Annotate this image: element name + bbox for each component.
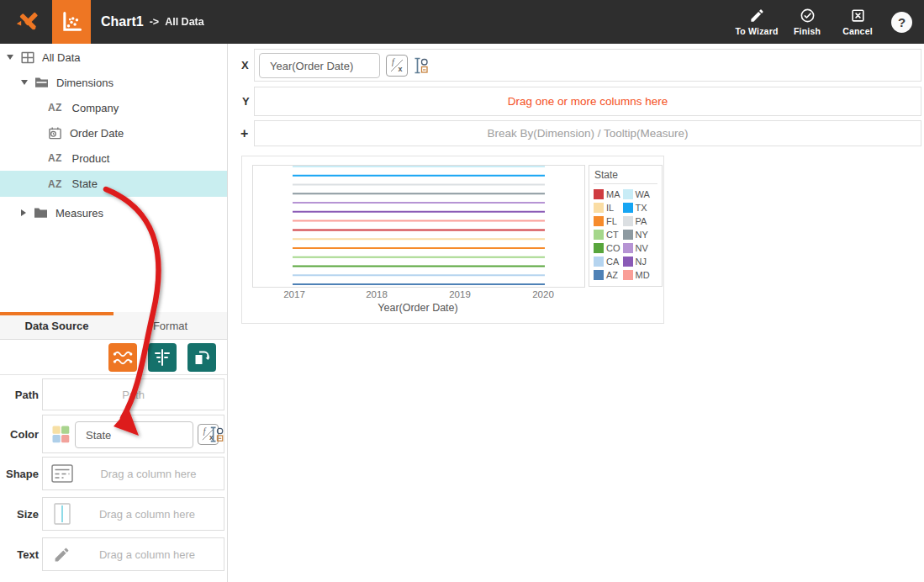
legend-swatch — [623, 270, 633, 280]
legend-item-fl[interactable]: FL — [594, 214, 620, 228]
path-dropzone[interactable]: Path — [42, 378, 224, 410]
tree-node-dimensions[interactable]: Dimensions — [0, 70, 227, 95]
cancel-button[interactable]: Cancel — [832, 8, 883, 36]
legend-swatch — [594, 257, 604, 267]
caret-down-icon[interactable] — [7, 55, 13, 60]
page-title: Chart1 -> All Data — [101, 0, 204, 44]
sort-order-icon[interactable] — [209, 424, 224, 445]
legend-label: MD — [636, 270, 650, 280]
legend-label: WA — [636, 189, 650, 199]
chart-tile-icon[interactable] — [52, 0, 91, 44]
x-column-chip[interactable]: Year(Order Date) — [259, 53, 380, 78]
x-tick-label: 2020 — [526, 289, 560, 299]
x-axis-title: Year(Order Date) — [241, 302, 594, 314]
fx-function-button[interactable]: f x — [386, 55, 408, 77]
close-square-icon — [850, 8, 866, 24]
path-field-label: Path — [0, 389, 39, 401]
active-tab-indicator — [0, 312, 114, 315]
legend-label: NY — [636, 230, 648, 240]
tree-node-company[interactable]: AZ Company — [0, 95, 227, 120]
help-button[interactable]: ? — [891, 12, 912, 33]
text-dropzone[interactable]: Drag a column here — [42, 537, 224, 571]
tab-format[interactable]: Format — [114, 312, 227, 339]
color-column-chip[interactable]: State — [75, 421, 193, 448]
finish-button[interactable]: Finish — [782, 8, 832, 36]
legend-swatch — [623, 230, 633, 240]
chart-title: Chart1 — [101, 14, 144, 29]
az-type-icon: AZ — [48, 178, 62, 190]
tree-node-all-data[interactable]: All Data — [0, 45, 227, 70]
legend-swatch — [623, 203, 633, 213]
caret-right-icon[interactable] — [21, 209, 26, 216]
app-logo-icon[interactable] — [12, 8, 44, 36]
color-dropzone[interactable]: State f x — [42, 415, 224, 453]
x-axis-ticks: 2017201820192020 — [241, 289, 664, 301]
color-field-label: Color — [0, 428, 39, 441]
shape-field-label: Shape — [0, 468, 39, 480]
table-grid-icon — [21, 51, 34, 64]
legend-swatch — [623, 189, 633, 199]
legend-label: NJ — [636, 257, 647, 267]
text-pencil-icon[interactable] — [53, 546, 71, 563]
legend-item-pa[interactable]: PA — [623, 214, 650, 228]
tab-data-source[interactable]: Data Source — [0, 312, 114, 339]
tree-node-product[interactable]: AZ Product — [0, 146, 227, 171]
x-shelf-dropzone[interactable]: Year(Order Date) f x — [254, 49, 921, 82]
svg-text:f: f — [203, 426, 207, 436]
legend-item-nj[interactable]: NJ — [623, 255, 650, 268]
tree-node-state[interactable]: AZ State — [0, 171, 227, 197]
tree-node-measures[interactable]: Measures — [0, 200, 227, 225]
size-style-icon[interactable] — [54, 503, 71, 525]
x-tick-label: 2017 — [277, 289, 311, 299]
legend-swatch — [594, 189, 604, 199]
legend-item-ca[interactable]: CA — [594, 255, 620, 268]
shape-style-icon[interactable] — [51, 464, 73, 483]
size-dropzone[interactable]: Drag a column here — [42, 497, 224, 531]
breakby-drop-hint: Break By(Dimension) / Tooltip(Measure) — [255, 121, 921, 146]
calendar-clock-icon — [48, 126, 62, 140]
sort-order-icon[interactable] — [414, 55, 428, 77]
tornado-chart-type-button[interactable] — [148, 343, 177, 372]
legend-item-md[interactable]: MD — [623, 268, 650, 282]
legend-item-co[interactable]: CO — [594, 241, 620, 255]
legend-item-ny[interactable]: NY — [623, 228, 650, 241]
legend-item-ma[interactable]: MA — [594, 188, 620, 201]
legend-swatch — [623, 243, 633, 253]
color-palette-icon[interactable] — [52, 426, 70, 443]
legend-swatch — [623, 257, 633, 267]
legend-title: State — [594, 168, 657, 184]
sidebar-divider — [227, 44, 228, 582]
svg-text:x: x — [399, 65, 403, 73]
y-shelf-dropzone[interactable]: Drag one or more columns here — [254, 87, 921, 116]
line-chart-type-button[interactable] — [108, 343, 137, 372]
az-type-icon: AZ — [48, 152, 62, 164]
tree-node-order-date[interactable]: Order Date — [0, 120, 227, 146]
chart-legend: State MAILFLCTCOCAAZWATXPANYNVNJMD — [589, 165, 663, 287]
x-tick-label: 2018 — [360, 289, 393, 299]
legend-label: CO — [606, 243, 620, 253]
az-type-icon: AZ — [48, 102, 62, 114]
legend-swatch — [594, 203, 604, 213]
shape-dropzone[interactable]: Drag a column here — [42, 457, 224, 490]
legend-label: PA — [636, 216, 647, 226]
legend-item-tx[interactable]: TX — [623, 201, 650, 214]
legend-item-il[interactable]: IL — [594, 201, 620, 214]
folder-closed-icon — [34, 207, 48, 219]
breakby-shelf-dropzone[interactable]: Break By(Dimension) / Tooltip(Measure) — [254, 120, 921, 146]
rotate-chart-type-button[interactable] — [187, 343, 216, 372]
to-wizard-button[interactable]: To Wizard — [731, 8, 782, 36]
legend-label: IL — [606, 203, 614, 213]
legend-item-wa[interactable]: WA — [623, 188, 650, 201]
size-placeholder: Drag a column here — [71, 508, 224, 521]
caret-down-icon[interactable] — [21, 80, 28, 85]
y-drop-hint: Drag one or more columns here — [255, 87, 921, 115]
legend-label: AZ — [606, 270, 618, 280]
legend-swatch — [594, 270, 604, 280]
legend-label: NV — [636, 243, 648, 253]
legend-item-az[interactable]: AZ — [594, 268, 620, 282]
legend-label: CT — [606, 230, 619, 240]
legend-item-nv[interactable]: NV — [623, 241, 650, 255]
legend-item-ct[interactable]: CT — [594, 228, 620, 241]
check-circle-icon — [800, 8, 816, 24]
y-shelf-label: Y — [242, 95, 250, 108]
